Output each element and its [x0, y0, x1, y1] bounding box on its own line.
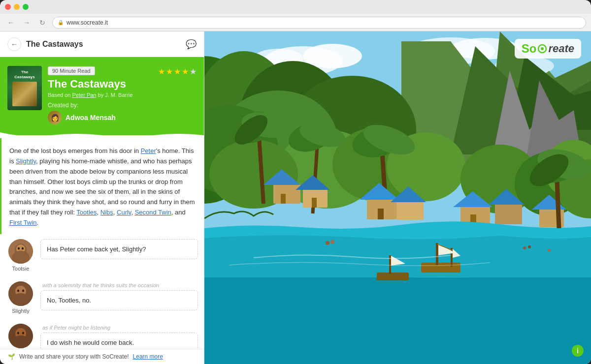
star-5: ★ [190, 67, 197, 76]
book-subtitle: Based on Peter Pan by J. M. Barrie [48, 92, 197, 98]
tootsie-face [8, 239, 33, 264]
tropical-scene-svg [204, 31, 591, 364]
chat-icon[interactable]: 💬 [186, 39, 197, 50]
svg-rect-67 [378, 209, 384, 219]
back-to-library-button[interactable]: ← [7, 37, 21, 51]
wave-divider [0, 132, 204, 138]
svg-point-13 [17, 332, 19, 334]
svg-point-97 [541, 47, 544, 50]
svg-point-91 [548, 249, 551, 252]
svg-point-9 [22, 289, 24, 292]
book-details: 90 Minute Read ★ ★ ★ ★ ★ The Castaways B… [48, 66, 197, 124]
subtitle-text: Based on [48, 92, 72, 98]
maximize-dot[interactable] [23, 4, 29, 10]
tootsie-name: Tootsie [12, 266, 30, 272]
logo-create-text: reate [548, 42, 574, 55]
learn-more-link[interactable]: Learn more [133, 353, 163, 360]
address-bar[interactable]: 🔒 www.socreate.it [52, 17, 586, 29]
book-info-section: TheCastaways 90 Minute Read ★ ★ ★ ★ ★ [0, 60, 204, 132]
svg-rect-78 [421, 263, 460, 273]
first-twin-link[interactable]: First Twin [9, 219, 36, 226]
reload-button[interactable]: ↻ [36, 17, 48, 29]
wave-svg [0, 132, 204, 138]
forward-button[interactable]: → [21, 17, 33, 29]
created-by-label: Created by: [48, 102, 197, 109]
svg-rect-73 [495, 204, 522, 224]
tootsie-speech-col: Has Peter come back yet, Slightly? [40, 239, 198, 260]
star-4: ★ [182, 67, 189, 76]
cover-illustration [12, 82, 37, 106]
svg-point-8 [17, 289, 19, 292]
svg-rect-68 [396, 201, 424, 220]
logo-swirl-icon [537, 44, 547, 54]
slightly-link[interactable]: Slightly [16, 157, 36, 165]
nibs-link[interactable]: Nibs [100, 209, 113, 216]
info-button[interactable]: i [572, 345, 584, 357]
bottom-bar-text: Write and share your story with SoCreate… [19, 353, 129, 360]
svg-point-14 [22, 332, 24, 334]
slightly-character-col: Slightly [6, 281, 35, 314]
svg-point-87 [326, 241, 329, 245]
second-twin-link[interactable]: Second Twin [135, 209, 171, 216]
tootsie-character-col: Tootsie [6, 239, 35, 272]
curly-avatar [8, 324, 33, 348]
svg-rect-61 [281, 194, 286, 204]
curly-stage-direction: as if Peter might be listening [40, 324, 198, 332]
slightly-speech: No, Tootles, no. [40, 290, 198, 311]
bottom-bar: 🌱 Write and share your story with SoCrea… [0, 349, 204, 364]
curly-speech: I do wish he would come back. [40, 333, 198, 349]
curly-face [8, 324, 33, 348]
narrative-section: One of the lost boys emerges from his do… [0, 138, 204, 234]
svg-rect-64 [312, 198, 317, 208]
logo-so-text: So [522, 42, 537, 56]
author-row: 👩 Adwoa Mensah [48, 111, 197, 124]
minimize-dot[interactable] [14, 4, 20, 10]
curly-speech-col: as if Peter might be listening I do wish… [40, 324, 198, 349]
url-text: www.socreate.it [66, 19, 108, 26]
subtitle-suffix: by J. M. Barrie [96, 92, 132, 98]
peter-link[interactable]: Peter [141, 147, 156, 154]
panel-title: The Castaways [26, 40, 181, 49]
book-title: The Castaways [48, 78, 197, 90]
svg-point-89 [523, 246, 526, 249]
cover-title-text: TheCastaways [14, 70, 34, 79]
svg-rect-77 [204, 277, 591, 364]
narrative-text: One of the lost boys emerges from his do… [9, 146, 196, 228]
svg-rect-84 [377, 273, 409, 280]
dialogue-entry-curly: Curly as if Peter might be listening I d… [0, 319, 204, 349]
svg-point-90 [528, 245, 531, 248]
star-rating[interactable]: ★ ★ ★ ★ ★ [158, 67, 197, 76]
svg-rect-59 [273, 184, 300, 204]
tootsie-speech: Has Peter come back yet, Slightly? [40, 239, 198, 260]
subtitle-link[interactable]: Peter Pan [72, 92, 97, 98]
browser-window: ← → ↻ 🔒 www.socreate.it ← The Castaways … [0, 0, 591, 364]
author-avatar: 👩 [48, 111, 62, 124]
socreate-logo[interactable]: So reate [515, 39, 581, 59]
dialogue-area: Tootsie Has Peter come back yet, Slightl… [0, 234, 204, 349]
browser-toolbar: ← → ↻ 🔒 www.socreate.it [0, 14, 591, 31]
slightly-avatar [8, 281, 33, 306]
tootsie-avatar [8, 239, 33, 264]
star-1: ★ [158, 67, 165, 76]
star-2: ★ [166, 67, 173, 76]
svg-point-3 [18, 247, 20, 249]
panel-header: ← The Castaways 💬 [0, 31, 204, 57]
tootles-link[interactable]: Tootles [76, 209, 97, 216]
slightly-stage-direction: with a solemnity that he thinks suits th… [40, 281, 198, 289]
svg-rect-79 [436, 243, 438, 265]
browser-titlebar [0, 0, 591, 14]
panel-scroll-area[interactable]: One of the lost boys emerges from his do… [0, 138, 204, 349]
back-button[interactable]: ← [5, 17, 17, 29]
close-dot[interactable] [5, 4, 11, 10]
left-panel: ← The Castaways 💬 TheCastaways [0, 31, 204, 364]
right-scenic-panel: So reate i [204, 31, 591, 364]
slightly-name: Slightly [12, 308, 29, 314]
bottom-logo-icon: 🌱 [8, 353, 15, 360]
slightly-face [8, 281, 33, 306]
slightly-speech-col: with a solemnity that he thinks suits th… [40, 281, 198, 311]
author-name[interactable]: Adwoa Mensah [66, 114, 116, 121]
dialogue-entry-slightly: Slightly with a solemnity that he thinks… [0, 276, 204, 319]
lock-icon: 🔒 [58, 20, 64, 25]
curly-link[interactable]: Curly [117, 209, 131, 216]
curly-character-col: Curly [6, 324, 35, 349]
